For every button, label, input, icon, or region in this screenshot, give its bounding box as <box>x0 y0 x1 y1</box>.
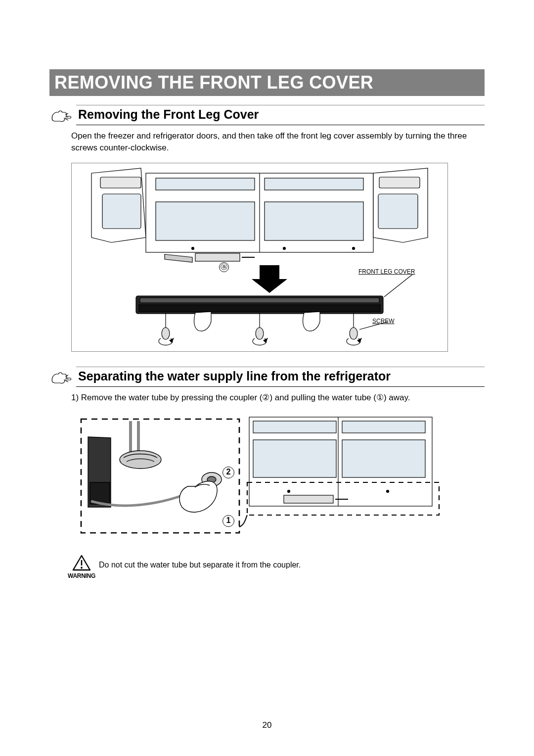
svg-point-41 <box>81 567 83 569</box>
section2-step: 1) Remove the water tube by pressing the… <box>71 392 485 404</box>
svg-point-32 <box>387 490 389 493</box>
section-separating-water-line: Separating the water supply line from th… <box>49 367 485 576</box>
page-number: 20 <box>0 720 534 730</box>
figure-water-line: 2 1 <box>71 408 447 547</box>
svg-rect-13 <box>195 253 240 261</box>
svg-rect-6 <box>265 202 363 240</box>
svg-point-9 <box>283 247 286 249</box>
callout-a: ⓐ <box>219 262 229 272</box>
label-front-leg-cover: FRONT LEG COVER <box>358 268 415 275</box>
svg-rect-12 <box>378 194 418 229</box>
svg-rect-29 <box>253 440 336 477</box>
svg-point-22 <box>350 328 357 339</box>
section-removing-cover: Removing the Front Leg Cover Open the fr… <box>49 105 485 352</box>
svg-point-10 <box>353 247 355 249</box>
svg-rect-11 <box>379 177 420 188</box>
svg-line-23 <box>384 274 413 297</box>
svg-point-18 <box>162 328 170 339</box>
svg-rect-1 <box>102 194 141 229</box>
section-title: Removing the Front Leg Cover <box>78 107 259 121</box>
label-screw: SCREW <box>372 318 395 325</box>
section-title-rule-2: Separating the water supply line from th… <box>76 367 485 387</box>
svg-rect-26 <box>342 421 425 433</box>
section-header: Removing the Front Leg Cover <box>49 105 485 125</box>
section1-body: Open the freezer and refrigerator doors,… <box>71 130 485 154</box>
warning-text: Do not cut the water tube but separate i… <box>99 561 301 569</box>
pointing-hand-icon <box>49 106 72 125</box>
svg-rect-15 <box>140 298 379 303</box>
warning-label: WARNING <box>68 572 95 579</box>
svg-rect-4 <box>265 178 363 190</box>
svg-rect-16 <box>139 305 380 312</box>
section2-title: Separating the water supply line from th… <box>78 369 391 383</box>
svg-point-20 <box>256 328 264 339</box>
page-title: REMOVING THE FRONT LEG COVER <box>54 72 373 93</box>
svg-rect-5 <box>156 202 255 240</box>
svg-rect-27 <box>342 440 425 477</box>
svg-point-31 <box>288 490 290 493</box>
svg-point-8 <box>192 247 194 249</box>
svg-rect-0 <box>100 177 141 188</box>
svg-rect-28 <box>253 421 336 433</box>
svg-point-39 <box>120 451 161 469</box>
section-title-rule: Removing the Front Leg Cover <box>76 105 485 125</box>
warning-block: WARNING Do not cut the water tube but se… <box>71 555 485 575</box>
page-title-bar: REMOVING THE FRONT LEG COVER <box>49 69 485 96</box>
figure-front-leg-cover: ⓐ FRONT LEG COVER SCREW <box>71 163 448 352</box>
warning-icon: WARNING <box>71 555 92 575</box>
pointing-hand-icon <box>49 368 72 387</box>
svg-rect-3 <box>156 178 255 190</box>
section-header-2: Separating the water supply line from th… <box>49 367 485 387</box>
svg-rect-33 <box>284 495 333 503</box>
